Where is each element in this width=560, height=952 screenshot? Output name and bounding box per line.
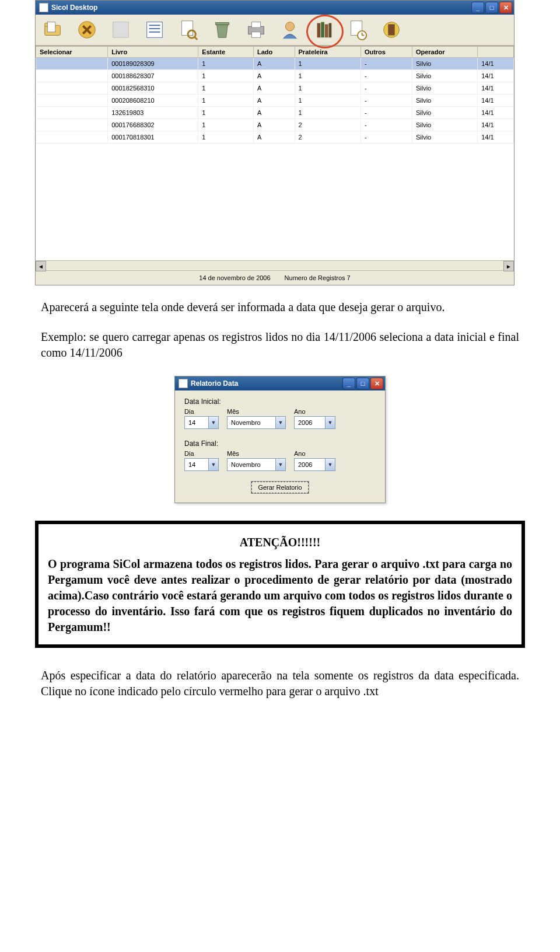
- dialog-maximize-button[interactable]: □: [356, 378, 369, 389]
- svg-rect-17: [317, 23, 321, 38]
- table-cell: [36, 58, 108, 70]
- table-cell: Silvio: [412, 70, 477, 82]
- svg-line-11: [194, 37, 197, 40]
- col-outros[interactable]: Outros: [360, 47, 412, 58]
- col-estante[interactable]: Estante: [198, 47, 254, 58]
- col-operador[interactable]: Operador: [412, 47, 477, 58]
- status-bar: 14 de novembro de 2006 Numero de Registr…: [36, 270, 514, 285]
- trash-icon[interactable]: [211, 18, 234, 41]
- table-cell: -: [360, 131, 412, 144]
- table-cell: 14/1: [478, 58, 514, 70]
- table-cell: 000182568310: [108, 82, 198, 95]
- report-time-icon[interactable]: [346, 18, 369, 41]
- main-window: Sicol Desktop _ □ ✕: [35, 0, 514, 285]
- data-final-label: Data Final:: [184, 440, 376, 448]
- table-cell: 2: [295, 119, 360, 131]
- doc-paragraph-2: Exemplo: se quero carregar apenas os reg…: [41, 329, 519, 361]
- table-cell: 000170818301: [108, 131, 198, 144]
- table-row[interactable]: 0001890283091A1-Silvio14/1: [36, 58, 514, 70]
- data-final-group: Data Final: Dia 14 ▼ Mês Nove: [184, 440, 376, 471]
- table-cell: A: [254, 95, 295, 107]
- scroll-left-icon[interactable]: ◄: [36, 261, 46, 271]
- col-selecionar[interactable]: Selecionar: [36, 47, 108, 58]
- table-cell: 14/1: [478, 70, 514, 82]
- table-row[interactable]: 0001886283071A1-Silvio14/1: [36, 70, 514, 82]
- dialog-app-icon: [178, 379, 188, 388]
- svg-rect-26: [388, 25, 394, 36]
- table-cell: 1: [198, 70, 254, 82]
- table-cell: A: [254, 82, 295, 95]
- close-button[interactable]: ✕: [499, 2, 512, 13]
- status-count: Numero de Registros 7: [285, 274, 351, 281]
- table-cell: 14/1: [478, 119, 514, 131]
- printer-icon[interactable]: [244, 18, 268, 41]
- ano-label-2: Ano: [294, 450, 335, 457]
- col-extra[interactable]: [478, 47, 514, 58]
- table-cell: [36, 82, 108, 95]
- table-row[interactable]: 0001708183011A2-Silvio14/1: [36, 131, 514, 144]
- chevron-down-icon: ▼: [325, 459, 335, 470]
- table-cell: 1: [295, 70, 360, 82]
- table-cell: A: [254, 70, 295, 82]
- mes-final-select[interactable]: Novembro ▼: [227, 458, 286, 471]
- dia-label-2: Dia: [184, 450, 219, 457]
- mes-inicial-select[interactable]: Novembro ▼: [227, 416, 286, 429]
- table-cell: Silvio: [412, 95, 477, 107]
- svg-rect-19: [325, 25, 328, 38]
- table-cell: 1: [295, 107, 360, 119]
- dialog-title: Relatorio Data: [191, 379, 238, 388]
- table-cell: 1: [198, 131, 254, 144]
- warning-box: ATENÇÃO!!!!!! O programa SiCol armazena …: [35, 521, 525, 648]
- table-row[interactable]: 0001766883021A2-Silvio14/1: [36, 119, 514, 131]
- svg-rect-2: [48, 22, 55, 32]
- dia-inicial-select[interactable]: 14 ▼: [184, 416, 219, 429]
- table-cell: 1: [198, 107, 254, 119]
- scroll-right-icon[interactable]: ►: [503, 261, 514, 271]
- minimize-button[interactable]: _: [471, 2, 484, 13]
- table-cell: 14/1: [478, 131, 514, 144]
- table-cell: A: [254, 107, 295, 119]
- table-cell: Silvio: [412, 58, 477, 70]
- chevron-down-icon: ▼: [208, 459, 218, 470]
- gerar-relatorio-button[interactable]: Gerar Relatorio: [251, 482, 308, 493]
- table-cell: 000176688302: [108, 119, 198, 131]
- col-livro[interactable]: Livro: [108, 47, 198, 58]
- table-row[interactable]: 0001825683101A1-Silvio14/1: [36, 82, 514, 95]
- table-cell: 000188628307: [108, 70, 198, 82]
- user-icon[interactable]: [278, 18, 302, 41]
- horizontal-scrollbar[interactable]: ◄ ►: [36, 260, 514, 270]
- svg-rect-5: [147, 22, 163, 38]
- app-icon: [39, 3, 48, 12]
- exit-door-icon[interactable]: [380, 18, 403, 41]
- table-cell: -: [360, 58, 412, 70]
- ano-label: Ano: [294, 408, 335, 415]
- table-cell: 14/1: [478, 107, 514, 119]
- list-icon[interactable]: [143, 18, 166, 41]
- dialog-minimize-button[interactable]: _: [342, 378, 355, 389]
- chevron-down-icon: ▼: [208, 417, 218, 428]
- col-lado[interactable]: Lado: [254, 47, 295, 58]
- ano-inicial-value: 2006: [295, 419, 325, 426]
- books-export-icon[interactable]: [312, 18, 335, 41]
- dialog-titlebar: Relatorio Data _ □ ✕: [175, 376, 385, 390]
- warning-title: ATENÇÃO!!!!!!: [48, 535, 512, 550]
- dialog-close-button[interactable]: ✕: [370, 378, 383, 389]
- ano-final-select[interactable]: 2006 ▼: [294, 458, 335, 471]
- ano-inicial-select[interactable]: 2006 ▼: [294, 416, 335, 429]
- dia-final-select[interactable]: 14 ▼: [184, 458, 219, 471]
- maximize-button[interactable]: □: [485, 2, 498, 13]
- open-folder-icon[interactable]: [41, 18, 65, 41]
- status-date: 14 de novembro de 2006: [199, 274, 270, 281]
- table-cell: 1: [295, 82, 360, 95]
- table-cell: 1: [198, 82, 254, 95]
- mes-label: Mês: [227, 408, 286, 415]
- document-search-icon[interactable]: [177, 18, 200, 41]
- table-row[interactable]: 1326198031A1-Silvio14/1: [36, 107, 514, 119]
- col-prateleira[interactable]: Prateleira: [295, 47, 360, 58]
- table-row[interactable]: 0002086082101A1-Silvio14/1: [36, 95, 514, 107]
- delete-icon[interactable]: [75, 18, 99, 41]
- table-cell: -: [360, 119, 412, 131]
- svg-point-16: [285, 22, 294, 31]
- table-cell: 000189028309: [108, 58, 198, 70]
- blank-icon[interactable]: [109, 18, 132, 41]
